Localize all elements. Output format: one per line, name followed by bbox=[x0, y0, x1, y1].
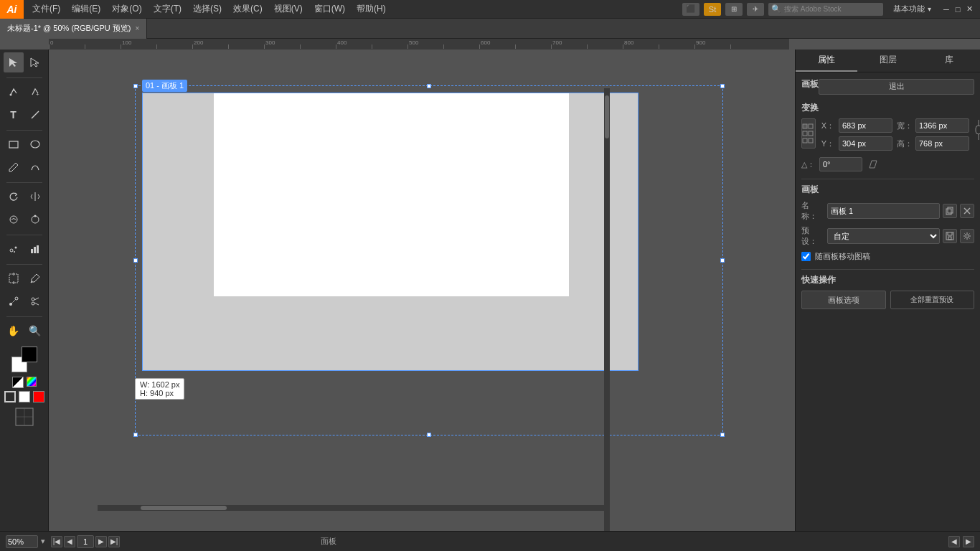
handle-bottom-right[interactable] bbox=[720, 433, 725, 437]
smooth-tool[interactable] bbox=[25, 157, 45, 177]
grid-icon[interactable]: ⊞ bbox=[725, 3, 743, 16]
direct-select-tool[interactable] bbox=[25, 52, 45, 72]
menu-effect[interactable]: 效果(C) bbox=[227, 0, 268, 18]
artboard-options-button[interactable]: 画板选项 bbox=[801, 291, 886, 309]
svg-line-2 bbox=[32, 111, 39, 118]
stock-icon[interactable]: St bbox=[704, 3, 721, 16]
handle-top-right[interactable] bbox=[720, 84, 725, 88]
artboard-delete-icon[interactable] bbox=[960, 204, 974, 218]
share-icon[interactable]: ✈ bbox=[747, 3, 764, 16]
zoom-tool[interactable]: 🔍 bbox=[25, 321, 45, 341]
shear-icon[interactable] bbox=[867, 158, 880, 171]
select-tool[interactable] bbox=[4, 52, 24, 72]
menu-object[interactable]: 对象(O) bbox=[106, 0, 147, 18]
reflect-tool[interactable] bbox=[25, 187, 45, 207]
swap-colors-btn[interactable] bbox=[12, 377, 24, 388]
hand-tool[interactable]: ✋ bbox=[4, 321, 24, 341]
canvas-vertical-scrollbar[interactable] bbox=[604, 88, 610, 531]
column-graph[interactable] bbox=[25, 239, 45, 259]
menu-file[interactable]: 文件(F) bbox=[27, 0, 66, 18]
sync-icon[interactable]: ⬛ bbox=[682, 3, 699, 16]
menu-window[interactable]: 窗口(W) bbox=[308, 0, 351, 18]
foreground-color-swatch[interactable] bbox=[22, 347, 37, 362]
rotate-tools bbox=[4, 187, 45, 207]
ellipse-tool[interactable] bbox=[25, 134, 45, 154]
tab-library[interactable]: 库 bbox=[918, 50, 980, 72]
blend-tool[interactable] bbox=[4, 291, 24, 311]
minimize-button[interactable]: ─ bbox=[941, 4, 951, 14]
maximize-button[interactable]: □ bbox=[953, 4, 963, 14]
symbol-tools bbox=[4, 239, 45, 259]
artboard-settings-btn[interactable] bbox=[960, 229, 974, 243]
w-input[interactable] bbox=[915, 118, 969, 133]
page-number-input[interactable] bbox=[77, 535, 94, 548]
red-color-btn[interactable] bbox=[33, 391, 44, 402]
menu-select[interactable]: 选择(S) bbox=[187, 0, 227, 18]
artboard-name-input[interactable] bbox=[827, 203, 940, 219]
color-mode-btn[interactable] bbox=[27, 377, 37, 387]
last-page-btn[interactable]: ▶| bbox=[108, 536, 120, 547]
tool-divider-2 bbox=[6, 130, 42, 131]
handle-bottom-center[interactable] bbox=[427, 433, 431, 437]
handle-middle-left[interactable] bbox=[133, 258, 138, 263]
tab-close-button[interactable]: × bbox=[136, 24, 140, 32]
first-page-btn[interactable]: |◀ bbox=[51, 536, 62, 547]
rotate-tool[interactable] bbox=[4, 187, 24, 207]
color-area bbox=[4, 347, 44, 429]
handle-middle-right[interactable] bbox=[720, 258, 725, 263]
menu-help[interactable]: 帮助(H) bbox=[351, 0, 392, 18]
white-color-btn[interactable] bbox=[19, 391, 30, 402]
close-button[interactable]: ✕ bbox=[964, 4, 974, 14]
workspace-chevron[interactable]: ▾ bbox=[928, 5, 931, 13]
next-page-btn[interactable]: ▶ bbox=[95, 536, 107, 547]
handle-bottom-left[interactable] bbox=[133, 433, 138, 437]
reshape-tool[interactable] bbox=[25, 209, 45, 230]
artboard-tool[interactable] bbox=[4, 268, 24, 288]
transform-x-row: X： 宽： bbox=[820, 118, 969, 133]
rectangle-tool[interactable] bbox=[4, 134, 24, 154]
eyedropper-tool[interactable] bbox=[25, 268, 45, 288]
menu-type[interactable]: 文字(T) bbox=[148, 0, 187, 18]
svg-rect-28 bbox=[803, 124, 807, 128]
menu-edit[interactable]: 编辑(E) bbox=[66, 0, 106, 18]
save-preset-btn[interactable] bbox=[943, 229, 957, 243]
document-tab[interactable]: 未标题-1* @ 50% (RGB/GPU 预览) × bbox=[0, 19, 147, 39]
prev-page-btn[interactable]: ◀ bbox=[64, 536, 75, 547]
tab-properties[interactable]: 属性 bbox=[796, 50, 857, 72]
tab-layers[interactable]: 图层 bbox=[857, 50, 919, 72]
h-input[interactable] bbox=[915, 136, 969, 151]
add-anchor-tool[interactable]: + bbox=[25, 82, 45, 102]
line-tool[interactable] bbox=[25, 105, 45, 125]
none-color-btn[interactable] bbox=[4, 391, 16, 402]
canvas-hscroll-thumb[interactable] bbox=[141, 506, 227, 510]
rotate-tool-bottom[interactable] bbox=[14, 407, 34, 429]
chain-link-icon[interactable] bbox=[974, 120, 980, 142]
transform-reference-icon[interactable] bbox=[801, 118, 816, 149]
pencil-tool[interactable] bbox=[4, 157, 24, 177]
symbol-sprayer[interactable] bbox=[4, 239, 24, 259]
zoom-dropdown-icon[interactable]: ▾ bbox=[41, 537, 45, 546]
exit-button[interactable]: 退出 bbox=[819, 79, 974, 95]
reset-all-button[interactable]: 全部重置预设 bbox=[890, 291, 975, 309]
canvas-horizontal-scrollbar[interactable] bbox=[98, 505, 604, 511]
prev-artboard-btn[interactable]: ◀ bbox=[948, 536, 960, 547]
scissors-tool[interactable] bbox=[25, 291, 45, 311]
artboard-copy-icon[interactable] bbox=[943, 204, 957, 218]
search-bar[interactable]: 🔍 搜索 Adobe Stock bbox=[768, 3, 883, 16]
canvas-area[interactable]: 01 - 画板 1 W: 1602 px H: 940 px bbox=[49, 50, 795, 531]
type-tool[interactable]: T bbox=[4, 105, 24, 125]
move-with-artboard-checkbox[interactable] bbox=[801, 252, 811, 261]
angle-input[interactable] bbox=[819, 157, 862, 171]
handle-top-left[interactable] bbox=[133, 84, 138, 88]
ruler-tick-h bbox=[694, 44, 695, 49]
warp-tool[interactable] bbox=[4, 209, 24, 230]
pen-tool[interactable] bbox=[4, 82, 24, 102]
preset-select[interactable]: 自定 bbox=[827, 228, 940, 244]
y-input[interactable] bbox=[839, 136, 892, 151]
menu-view[interactable]: 视图(V) bbox=[268, 0, 308, 18]
handle-top-center[interactable] bbox=[427, 84, 431, 88]
next-artboard-btn[interactable]: ▶ bbox=[963, 536, 974, 547]
canvas-vscroll-thumb[interactable] bbox=[605, 95, 609, 138]
zoom-input[interactable] bbox=[6, 535, 38, 548]
x-input[interactable] bbox=[839, 118, 892, 133]
